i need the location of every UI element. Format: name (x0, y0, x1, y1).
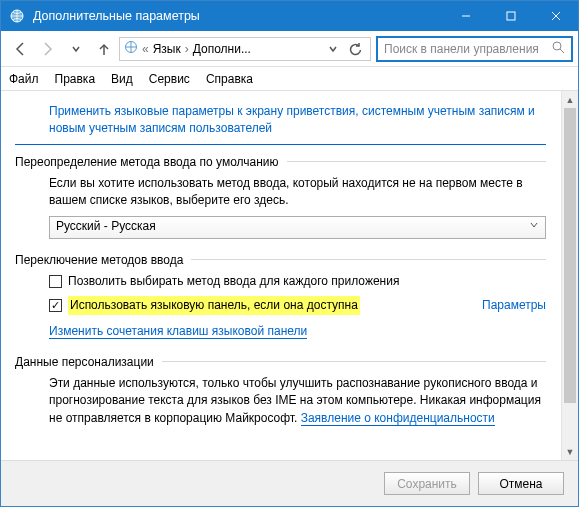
up-button[interactable] (91, 36, 117, 62)
save-button[interactable]: Сохранить (384, 472, 470, 495)
dialog-footer: Сохранить Отмена (1, 460, 578, 506)
window-title: Дополнительные параметры (33, 9, 443, 23)
minimize-button[interactable] (443, 1, 488, 31)
section-header: Переопределение метода ввода по умолчани… (15, 155, 546, 169)
scroll-up-icon[interactable]: ▲ (562, 91, 578, 108)
content-area: Применить языковые параметры к экрану пр… (1, 91, 578, 460)
menu-help[interactable]: Справка (206, 72, 253, 86)
chevron-down-icon (529, 218, 539, 235)
scroll-down-icon[interactable]: ▼ (562, 443, 578, 460)
vertical-scrollbar[interactable]: ▲ ▼ (561, 91, 578, 460)
breadcrumb-sep: « (142, 42, 149, 56)
cancel-button[interactable]: Отмена (478, 472, 564, 495)
recent-dropdown-icon[interactable] (63, 36, 89, 62)
maximize-button[interactable] (488, 1, 533, 31)
svg-line-8 (560, 49, 564, 53)
address-dropdown-icon[interactable] (322, 37, 344, 61)
menu-bar: Файл Правка Вид Сервис Справка (1, 67, 578, 91)
apply-to-welcome-link[interactable]: Применить языковые параметры к экрану пр… (15, 97, 546, 145)
breadcrumb-item[interactable]: Дополни... (193, 42, 251, 56)
back-button[interactable] (7, 36, 33, 62)
section-title: Данные персонализации (15, 355, 154, 369)
window: Дополнительные параметры « Язык › Дополн… (0, 0, 579, 507)
close-button[interactable] (533, 1, 578, 31)
search-icon (552, 41, 565, 57)
search-placeholder: Поиск в панели управления (384, 42, 546, 56)
svg-rect-2 (507, 12, 515, 20)
app-icon (9, 8, 25, 24)
dropdown-value: Русский - Русская (56, 218, 156, 235)
input-method-dropdown[interactable]: Русский - Русская (49, 216, 546, 239)
scroll-track[interactable] (562, 108, 578, 443)
forward-button[interactable] (35, 36, 61, 62)
checkbox-label: Использовать языковую панель, если она д… (68, 296, 360, 315)
privacy-statement-link[interactable]: Заявление о конфиденциальности (301, 411, 495, 426)
globe-icon (124, 40, 138, 57)
menu-file[interactable]: Файл (9, 72, 39, 86)
menu-edit[interactable]: Правка (55, 72, 96, 86)
checkbox-label: Позволить выбирать метод ввода для каждо… (68, 273, 399, 290)
section-title: Переключение методов ввода (15, 253, 183, 267)
section-description: Если вы хотите использовать метод ввода,… (49, 175, 546, 210)
section-header: Переключение методов ввода (15, 253, 546, 267)
address-bar[interactable]: « Язык › Дополни... (119, 37, 371, 61)
language-bar-checkbox[interactable] (49, 299, 62, 312)
titlebar: Дополнительные параметры (1, 1, 578, 31)
refresh-button[interactable] (344, 37, 366, 61)
menu-view[interactable]: Вид (111, 72, 133, 86)
section-header: Данные персонализации (15, 355, 546, 369)
language-bar-options-link[interactable]: Параметры (482, 297, 546, 314)
per-app-checkbox[interactable] (49, 275, 62, 288)
scroll-thumb[interactable] (564, 108, 576, 403)
section-title: Переопределение метода ввода по умолчани… (15, 155, 279, 169)
change-hotkeys-link[interactable]: Изменить сочетания клавиш языковой панел… (49, 324, 307, 339)
nav-toolbar: « Язык › Дополни... Поиск в панели управ… (1, 31, 578, 67)
breadcrumb-chevron-icon: › (185, 42, 189, 56)
svg-point-7 (553, 42, 561, 50)
menu-tools[interactable]: Сервис (149, 72, 190, 86)
search-input[interactable]: Поиск в панели управления (377, 37, 572, 61)
breadcrumb-item[interactable]: Язык (153, 42, 181, 56)
